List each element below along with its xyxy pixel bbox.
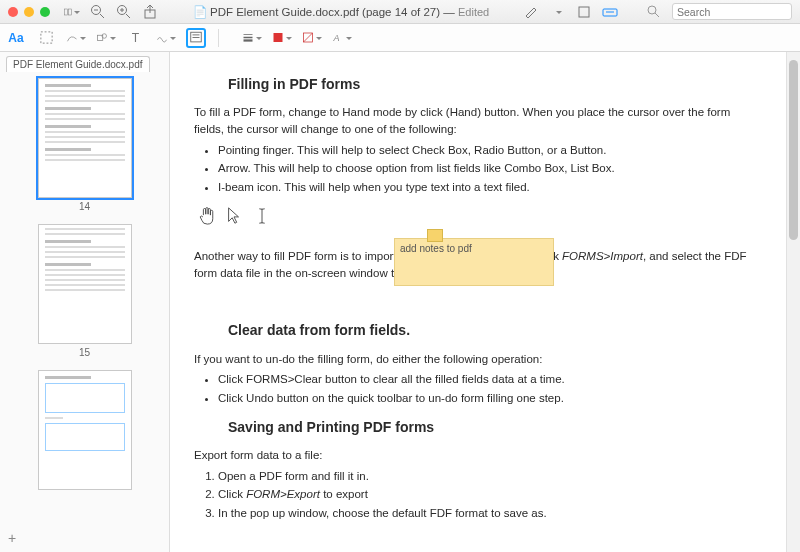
list-item: Pointing finger. This will help to selec… (218, 142, 758, 159)
list-item: In the pop up window, choose the default… (218, 505, 758, 522)
search-field[interactable] (672, 3, 792, 20)
sketch-tool-button[interactable] (66, 28, 86, 48)
page-number-label: 15 (0, 347, 169, 358)
svg-line-15 (655, 13, 659, 17)
title-text: PDF Element Guide.docx.pdf (page 14 of 2… (210, 6, 440, 18)
para-import: Another way to fill PDF form is to impor… (194, 248, 758, 281)
heading-saving: Saving and Printing PDF forms (228, 417, 758, 437)
ibeam-cursor-icon (253, 206, 271, 226)
hand-cursor-icon (198, 206, 216, 226)
window-titlebar: 📄 PDF Element Guide.docx.pdf (page 14 of… (0, 0, 800, 24)
view-mode-button[interactable] (64, 4, 80, 20)
font-style-button[interactable]: A (332, 28, 352, 48)
list-item: Open a PDF form and fill it in. (218, 468, 758, 485)
document-content[interactable]: Filling in PDF forms To fill a PDF form,… (170, 52, 786, 552)
search-input[interactable] (677, 6, 767, 18)
svg-line-3 (100, 14, 104, 18)
add-page-button[interactable]: + (8, 530, 16, 546)
line-weight-button[interactable] (242, 28, 262, 48)
title-dash: — (443, 6, 458, 18)
zoom-out-button[interactable] (90, 4, 106, 20)
page-thumbnail-16[interactable] (38, 370, 132, 490)
selection-tool-button[interactable] (36, 28, 56, 48)
heading-clear: Clear data from form fields. (228, 320, 758, 340)
close-window-button[interactable] (8, 7, 18, 17)
search-icon (646, 4, 662, 20)
vertical-scrollbar[interactable] (786, 52, 800, 552)
list-item: Arrow. This will help to choose option f… (218, 160, 758, 177)
svg-text:A: A (333, 33, 340, 43)
sticky-note[interactable]: add notes to pdf (394, 238, 554, 286)
cursor-icons-figure (198, 206, 758, 231)
main-area: PDF Element Guide.docx.pdf 14 15 (0, 52, 800, 552)
list-item: Click FORM>Export to export (218, 486, 758, 503)
annotation-toolbar: Aa T A (0, 24, 800, 52)
svg-rect-0 (65, 9, 68, 15)
svg-line-6 (126, 14, 130, 18)
zoom-in-button[interactable] (116, 4, 132, 20)
window-title: 📄 PDF Element Guide.docx.pdf (page 14 of… (158, 5, 524, 19)
shapes-tool-button[interactable] (96, 28, 116, 48)
svg-rect-1 (69, 9, 72, 15)
fill-color-button[interactable] (302, 28, 322, 48)
text-tool-button[interactable]: T (126, 28, 146, 48)
svg-rect-11 (579, 7, 589, 17)
svg-rect-26 (274, 33, 283, 42)
text-style-button[interactable]: Aa (6, 28, 26, 48)
para-export: Export form data to a file: (194, 447, 758, 464)
markup-toolbar-button[interactable] (602, 4, 618, 20)
svg-point-14 (648, 6, 656, 14)
list-item: Click Undo button on the quick toolbar t… (218, 390, 758, 407)
list-item: I-beam icon. This will help when you typ… (218, 179, 758, 196)
stroke-color-button[interactable] (272, 28, 292, 48)
list-item: Click FORMS>Clear button to clear all th… (218, 371, 758, 388)
sidebar-tab[interactable]: PDF Element Guide.docx.pdf (6, 56, 150, 72)
note-tool-button[interactable] (186, 28, 206, 48)
share-button[interactable] (142, 4, 158, 20)
para-intro: To fill a PDF form, change to Hand mode … (194, 104, 758, 137)
minimize-window-button[interactable] (24, 7, 34, 17)
heading-filling: Filling in PDF forms (228, 74, 758, 94)
svg-text:T: T (131, 31, 139, 45)
scrollbar-thumb[interactable] (789, 60, 798, 240)
sign-tool-button[interactable] (156, 28, 176, 48)
page-thumbnail-14[interactable] (38, 78, 132, 198)
arrow-cursor-icon (225, 206, 243, 226)
para-undo: If you want to un-do the filling form, d… (194, 351, 758, 368)
rotate-button[interactable] (576, 4, 592, 20)
markup-menu-button[interactable] (550, 4, 566, 20)
window-controls (8, 7, 50, 17)
pdf-icon: 📄 (193, 6, 207, 18)
maximize-window-button[interactable] (40, 7, 50, 17)
highlight-tool-button[interactable] (524, 4, 540, 20)
page-thumbnail-15[interactable] (38, 224, 132, 344)
edited-label: Edited (458, 6, 489, 18)
svg-rect-16 (40, 32, 51, 43)
page-number-label: 14 (0, 201, 169, 212)
thumbnail-sidebar: PDF Element Guide.docx.pdf 14 15 (0, 52, 170, 552)
svg-line-28 (304, 33, 313, 42)
